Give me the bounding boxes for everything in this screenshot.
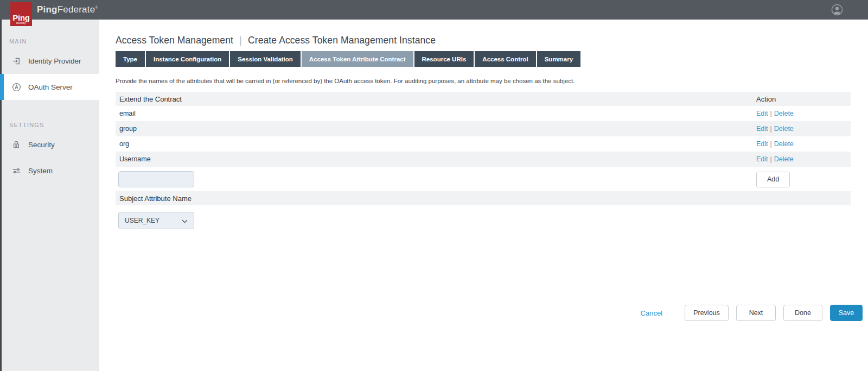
- sidebar: MAIN Identity Provider OAuth Server SETT…: [0, 20, 99, 371]
- subject-attribute-dropdown[interactable]: USER_KEY: [118, 212, 194, 229]
- action-separator: |: [770, 140, 772, 148]
- product-title: PingFederate®: [37, 4, 98, 15]
- tab-summary[interactable]: Summary: [537, 51, 580, 67]
- attribute-name: Username: [116, 155, 755, 163]
- table-row: Username Edit|Delete: [116, 152, 851, 167]
- add-button[interactable]: Add: [756, 172, 790, 187]
- identity-provider-icon: [11, 56, 21, 66]
- delete-link[interactable]: Delete: [774, 155, 794, 163]
- logo-brand-text: Ping: [12, 14, 29, 21]
- sidebar-section-main: MAIN: [9, 38, 99, 45]
- table-row: org Edit|Delete: [116, 136, 851, 152]
- page-title-secondary: Create Access Token Management Instance: [248, 34, 436, 46]
- sidebar-item-oauth-server[interactable]: OAuth Server: [0, 74, 99, 100]
- page-title-separator: |: [239, 34, 242, 46]
- main-content: Access Token Management | Create Access …: [99, 20, 868, 371]
- done-button[interactable]: Done: [783, 305, 822, 321]
- sidebar-item-label: System: [28, 167, 53, 175]
- attribute-name: group: [116, 125, 755, 133]
- edit-link[interactable]: Edit: [756, 110, 768, 117]
- table-header-row: Extend the Contract Action: [116, 92, 851, 106]
- sidebar-item-label: Identity Provider: [28, 57, 81, 65]
- sidebar-item-label: OAuth Server: [28, 83, 73, 91]
- page-title: Access Token Management | Create Access …: [116, 34, 851, 46]
- chevron-down-icon: [182, 216, 188, 225]
- action-column-header: Action: [755, 95, 851, 103]
- tab-resource-uris[interactable]: Resource URIs: [414, 51, 474, 67]
- user-avatar-icon[interactable]: [831, 4, 843, 16]
- security-lock-icon: [11, 140, 21, 149]
- next-button[interactable]: Next: [736, 305, 776, 321]
- sidebar-item-identity-provider[interactable]: Identity Provider: [0, 48, 99, 74]
- delete-link[interactable]: Delete: [774, 110, 794, 117]
- oauth-server-icon: [11, 82, 21, 92]
- tab-session-validation[interactable]: Session Validation: [230, 51, 301, 67]
- action-separator: |: [770, 110, 772, 117]
- save-button[interactable]: Save: [830, 305, 863, 321]
- edit-link[interactable]: Edit: [756, 125, 768, 133]
- previous-button[interactable]: Previous: [685, 305, 729, 321]
- attribute-name: org: [116, 140, 755, 148]
- sidebar-item-label: Security: [28, 141, 55, 149]
- subject-attribute-header: Subject Attribute Name: [116, 191, 851, 205]
- sidebar-section-settings: SETTINGS: [9, 122, 99, 128]
- tab-type[interactable]: Type: [116, 51, 145, 67]
- row-actions: Edit|Delete: [755, 155, 851, 163]
- cancel-link[interactable]: Cancel: [641, 309, 662, 317]
- action-separator: |: [770, 125, 772, 133]
- wizard-footer-buttons: Cancel Previous Next Done Save: [641, 305, 863, 321]
- trademark-symbol: ®: [95, 5, 98, 9]
- delete-link[interactable]: Delete: [774, 140, 794, 148]
- edit-link[interactable]: Edit: [756, 140, 768, 148]
- row-actions: Edit|Delete: [755, 140, 851, 148]
- row-actions: Edit|Delete: [755, 125, 851, 133]
- product-title-rest: Federate: [58, 4, 95, 15]
- top-bar: Ping Identity. PingFederate®: [0, 0, 868, 20]
- table-row: group Edit|Delete: [116, 121, 851, 136]
- tab-access-token-attribute-contract[interactable]: Access Token Attribute Contract: [302, 51, 413, 67]
- tab-instance-configuration[interactable]: Instance Configuration: [146, 51, 229, 67]
- product-title-bold: Ping: [37, 4, 58, 15]
- page-description: Provide the names of the attributes that…: [116, 77, 851, 85]
- tab-access-control[interactable]: Access Control: [475, 51, 535, 67]
- logo-sub-text: Identity.: [16, 21, 27, 24]
- ping-identity-logo[interactable]: Ping Identity.: [10, 2, 32, 26]
- contract-header-label: Extend the Contract: [116, 95, 755, 103]
- wizard-tabs: Type Instance Configuration Session Vali…: [116, 51, 851, 67]
- dropdown-selected-value: USER_KEY: [125, 217, 159, 224]
- row-actions: Edit|Delete: [755, 110, 851, 117]
- contract-table: Extend the Contract Action email Edit|De…: [116, 92, 851, 229]
- page-title-primary: Access Token Management: [116, 34, 233, 46]
- table-row: email Edit|Delete: [116, 106, 851, 121]
- delete-link[interactable]: Delete: [774, 125, 794, 133]
- sidebar-item-security[interactable]: Security: [0, 131, 99, 158]
- add-attribute-row: Add: [116, 167, 851, 191]
- action-separator: |: [770, 155, 772, 163]
- system-sliders-icon: [11, 166, 21, 175]
- edit-link[interactable]: Edit: [756, 155, 768, 163]
- sidebar-item-system[interactable]: System: [0, 158, 99, 184]
- new-attribute-input[interactable]: [118, 171, 194, 187]
- attribute-name: email: [116, 110, 755, 117]
